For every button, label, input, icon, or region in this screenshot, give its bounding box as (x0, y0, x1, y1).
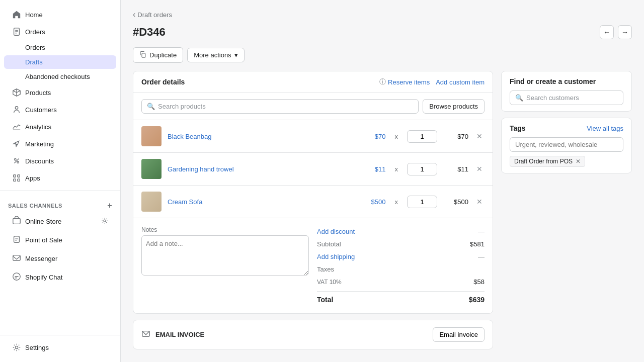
nav-next-button[interactable]: → (618, 25, 632, 39)
product-total-sofa: $500 (443, 198, 468, 206)
browse-products-button[interactable]: Browse products (423, 99, 485, 114)
add-custom-item-button[interactable]: Add custom item (436, 78, 485, 86)
pos-label: Point of Sale (25, 236, 62, 244)
remove-tag-button[interactable]: ✕ (576, 158, 581, 165)
taxes-label: Taxes (317, 265, 334, 273)
breadcrumb-chevron: ‹ (133, 10, 135, 19)
total-value: $639 (469, 296, 485, 304)
notes-textarea[interactable] (141, 235, 309, 276)
sales-channels-section: SALES CHANNELS + (0, 195, 120, 212)
sidebar-item-orders[interactable]: Orders (4, 24, 116, 40)
sidebar-item-orders-label: Orders (25, 28, 45, 36)
remove-trowel-button[interactable]: ✕ (474, 164, 485, 174)
email-invoice-card: EMAIL INVOICE Email invoice (133, 320, 493, 349)
sidebar-sub-abandoned[interactable]: Abandoned checkouts (4, 70, 116, 83)
product-total-beanbag: $70 (443, 133, 468, 140)
messenger-icon (12, 253, 21, 264)
product-name-sofa[interactable]: Cream Sofa (168, 198, 355, 206)
sidebar-sub-drafts[interactable]: Drafts (4, 55, 116, 69)
sidebar-item-products-label: Products (25, 89, 51, 97)
shipping-dash: — (478, 253, 485, 260)
apps-icon (12, 173, 21, 183)
email-invoice-icon (141, 329, 150, 340)
notes-totals: Notes Add discount — Subtotal (133, 218, 493, 313)
duplicate-icon (139, 51, 146, 59)
more-actions-label: More actions (194, 51, 231, 59)
sidebar-item-analytics[interactable]: Analytics (4, 119, 116, 135)
tags-card: Tags View all tags Draft Order from POS … (501, 118, 632, 173)
breadcrumb[interactable]: ‹ Draft orders (133, 10, 632, 19)
product-qty-beanbag (407, 130, 437, 143)
tax-detail-row: VAT 10% $58 (317, 277, 485, 287)
sidebar-item-apps[interactable]: Apps (4, 170, 116, 186)
main-column: Order details ⓘ Reserve items Add custom… (133, 71, 493, 349)
order-details-card: Order details ⓘ Reserve items Add custom… (133, 71, 493, 314)
search-input-wrap: 🔍 (141, 99, 419, 114)
search-bar-row: 🔍 Browse products (133, 93, 493, 120)
email-invoice-label: EMAIL INVOICE (155, 331, 204, 338)
sidebar-item-shopify-chat[interactable]: Shopify Chat (4, 268, 116, 286)
add-shipping-row: Add shipping — (317, 251, 485, 262)
online-store-settings-icon[interactable] (101, 217, 108, 226)
orders-icon (12, 27, 21, 36)
search-customers-input[interactable] (526, 94, 618, 102)
sidebar-item-customers[interactable]: Customers (4, 102, 116, 118)
qty-input-beanbag[interactable] (407, 130, 437, 143)
tags-input[interactable] (510, 137, 623, 152)
product-price-sofa: $500 (361, 198, 386, 206)
svg-point-14 (104, 220, 106, 222)
more-actions-button[interactable]: More actions ▾ (187, 48, 244, 62)
email-invoice-button[interactable]: Email invoice (433, 327, 485, 342)
tags-header: Tags View all tags (510, 124, 623, 132)
sidebar-item-marketing[interactable]: Marketing (4, 136, 116, 152)
search-products-input[interactable] (158, 103, 413, 110)
duplicate-button[interactable]: Duplicate (133, 47, 183, 63)
subtotal-row: Subtotal $581 (317, 239, 485, 249)
customer-search-wrap: 🔍 (510, 90, 623, 105)
page-header: #D346 ← → (133, 25, 632, 39)
sidebar-item-settings[interactable]: Settings (4, 339, 116, 355)
product-name-beanbag[interactable]: Black Beanbag (168, 133, 355, 140)
reserve-items-button[interactable]: ⓘ Reserve items (379, 77, 430, 86)
sidebar-item-apps-label: Apps (25, 174, 40, 182)
svg-point-19 (15, 346, 18, 348)
find-customer-title: Find or create a customer (510, 77, 623, 85)
qty-input-sofa[interactable] (407, 196, 437, 208)
remove-sofa-button[interactable]: ✕ (474, 197, 485, 207)
nav-prev-button[interactable]: ← (600, 25, 614, 39)
messenger-label: Messenger (25, 255, 57, 262)
product-name-trowel[interactable]: Gardening hand trowel (168, 165, 355, 173)
sidebar-item-online-store[interactable]: Online Store (4, 213, 116, 230)
info-icon: ⓘ (379, 77, 386, 86)
view-all-tags-button[interactable]: View all tags (587, 125, 623, 132)
total-label: Total (317, 296, 333, 304)
add-channel-button[interactable]: + (107, 201, 112, 210)
sidebar-sub-orders[interactable]: Orders (4, 41, 116, 54)
product-price-beanbag: $70 (361, 133, 386, 140)
add-discount-row: Add discount — (317, 226, 485, 237)
sales-channels-label: SALES CHANNELS (8, 203, 62, 209)
chat-icon (12, 272, 21, 283)
taxes-row: Taxes (317, 264, 485, 275)
sidebar-item-customers-label: Customers (25, 106, 57, 114)
sidebar-item-point-of-sale[interactable]: Point of Sale (4, 231, 116, 249)
qty-input-trowel[interactable] (407, 163, 437, 175)
product-total-trowel: $11 (443, 165, 468, 173)
svg-point-7 (17, 161, 19, 163)
products-icon (12, 88, 21, 97)
tag-chip-label: Draft Order from POS (514, 158, 573, 165)
sidebar-item-discounts[interactable]: Discounts (4, 153, 116, 169)
subtotal-value: $581 (470, 240, 485, 248)
sidebar-item-products[interactable]: Products (4, 84, 116, 101)
settings-icon (12, 343, 21, 352)
main-content: ‹ Draft orders #D346 ← → (121, 0, 644, 362)
add-shipping-button[interactable]: Add shipping (317, 253, 355, 260)
add-discount-button[interactable]: Add discount (317, 228, 355, 235)
sidebar-item-home[interactable]: Home (4, 7, 116, 23)
notes-section: Notes (141, 226, 309, 305)
sidebar-item-messenger[interactable]: Messenger (4, 250, 116, 267)
svg-line-8 (15, 159, 19, 163)
remove-beanbag-button[interactable]: ✕ (474, 131, 485, 141)
add-custom-item-label: Add custom item (436, 78, 485, 86)
order-details-actions: ⓘ Reserve items Add custom item (379, 77, 485, 86)
